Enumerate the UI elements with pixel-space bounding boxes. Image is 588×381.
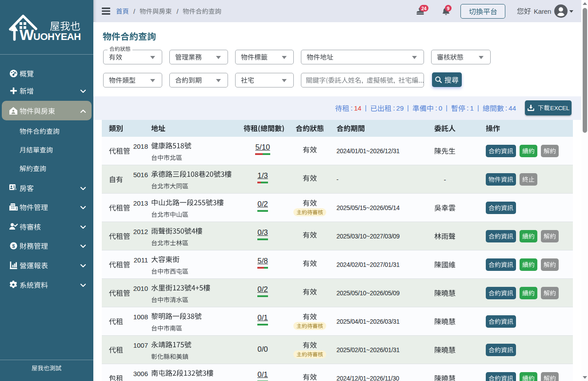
svg-text:$: $ bbox=[12, 243, 15, 248]
